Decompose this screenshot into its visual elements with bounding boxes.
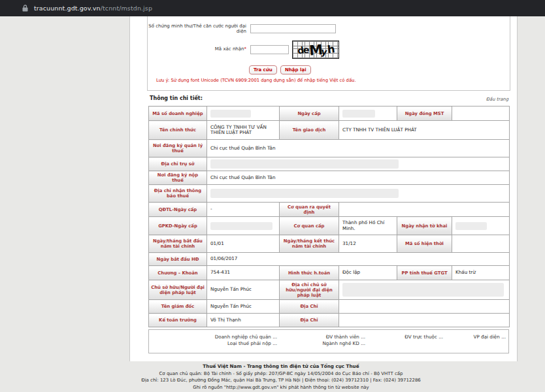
detail-label: Cơ quan ra quyết định xyxy=(280,203,339,217)
detail-value xyxy=(452,235,510,253)
detail-value: 754-431 xyxy=(207,266,280,280)
detail-value-redacted xyxy=(339,106,397,121)
url-path: /tcnnt/mstdn.jsp xyxy=(101,5,152,12)
related-links-column: ĐV thành viên ...Ngành nghề KD ... xyxy=(277,334,365,353)
detail-label: Địa Chỉ xyxy=(280,300,339,314)
detail-value: Độc lập xyxy=(339,266,397,280)
url-domain: tracuunnt.gdt.gov.vn xyxy=(34,5,101,12)
detail-value: 31/12 xyxy=(339,235,397,253)
table-row: Ngày/tháng bắt đầu năm tài chính01/01Ngà… xyxy=(149,235,510,253)
detail-label: Tên chính thức xyxy=(149,121,207,140)
detail-label: Địa chỉ nhận thông báo thuế xyxy=(149,185,207,203)
detail-value: Nguyễn Tấn Phúc xyxy=(207,280,280,300)
detail-label: GPKD-Ngày cấp xyxy=(149,217,207,235)
detail-label: Ngày bắt đầu HĐ xyxy=(149,253,207,266)
detail-value-redacted xyxy=(207,106,280,121)
detail-value xyxy=(339,203,510,217)
detail-label: Ngày cấp xyxy=(280,106,339,121)
detail-value-redacted xyxy=(207,217,280,235)
detail-label: Ngày/tháng kết thúc năm tài chính xyxy=(280,235,339,253)
detail-value: Chi cục thuế Quận Bình Tân xyxy=(207,171,510,185)
captcha-glyph: h xyxy=(327,44,335,55)
detail-label: Hình thức h.toán xyxy=(280,266,339,280)
detail-label: Ngày/tháng bắt đầu năm tài chính xyxy=(149,235,207,253)
detail-label: Tên giám đốc xyxy=(149,300,207,314)
detail-table: Mã số doanh nghiệpNgày cấpNgày đóng MSTT… xyxy=(148,106,510,327)
redaction-box xyxy=(210,159,399,169)
detail-value: CTY TNHH TV THIÊN LUẬT PHÁT xyxy=(339,121,510,140)
related-links-column: VP đại diện ... xyxy=(443,334,506,353)
related-link[interactable]: ĐV trực thuộc ... xyxy=(365,334,443,340)
detail-value xyxy=(452,106,510,121)
id-number-label: Số chứng minh thư/Thẻ căn cước người đại… xyxy=(147,24,246,34)
table-row: QĐTL-Ngày cấp-Cơ quan ra quyết định xyxy=(149,203,510,217)
table-row: Kế toán trưởngVõ Thị ThạnhĐịa Chỉ xyxy=(149,314,510,327)
detail-label: Nơi đăng ký nộp thuế xyxy=(149,171,207,185)
detail-value: Khấu trừ xyxy=(452,266,510,280)
detail-label: Tên giao dịch xyxy=(280,121,339,140)
redaction-box xyxy=(342,110,375,118)
detail-value xyxy=(339,300,510,314)
unicode-note: Lưu ý: Sử dụng font Unicode (TCVN 6909:2… xyxy=(156,78,356,83)
back-to-top-link[interactable]: Đầu trang xyxy=(486,97,508,102)
browser-address-bar[interactable]: tracuunnt.gdt.gov.vn/tcnnt/mstdn.jsp xyxy=(0,0,545,16)
detail-label: Chương – Khoản xyxy=(149,266,207,280)
related-link[interactable]: Ngành nghề KD ... xyxy=(277,340,365,347)
detail-label: Địa Chỉ xyxy=(280,314,339,327)
tax-lookup-page: tracuunnt.gdt.gov.vn/tcnnt/mstdn.jsp Số … xyxy=(0,0,545,392)
lock-icon xyxy=(22,5,28,12)
detail-label: Cơ quan cấp xyxy=(280,217,339,235)
detail-label: Địa chỉ chủ sở hữu/người đại diện pháp l… xyxy=(280,280,339,300)
table-row: Địa chỉ nhận thông báo thuế xyxy=(149,185,510,203)
url-text[interactable]: tracuunnt.gdt.gov.vn/tcnnt/mstdn.jsp xyxy=(34,5,152,12)
reset-button[interactable]: Nhập lại xyxy=(280,65,311,74)
captcha-label: Mã xác nhận* xyxy=(147,46,246,52)
detail-value: Chi cục thuế Quận Bình Tân xyxy=(207,140,510,157)
detail-value xyxy=(339,314,510,327)
related-links-column: Doanh nghiệp chủ quản ...Loại thuế phải … xyxy=(149,334,277,353)
related-link[interactable]: ĐV thành viên ... xyxy=(277,334,365,340)
captcha-input[interactable] xyxy=(250,45,289,54)
detail-value: 01/06/2017 xyxy=(207,253,510,266)
table-row: Mã số doanh nghiệpNgày cấpNgày đóng MST xyxy=(149,106,510,121)
related-links-column: ĐV trực thuộc ... xyxy=(365,334,443,353)
table-row: GPKD-Ngày cấpCơ quan cấpThành phố Hồ Chí… xyxy=(149,217,510,235)
required-asterisk: * xyxy=(244,46,247,52)
detail-label: Kế toán trưởng xyxy=(149,314,207,327)
table-row: Nơi đăng ký quản lý thuếChi cục thuế Quậ… xyxy=(149,140,510,157)
footer-line: Địa chỉ: 123 Lò Đúc, phường Đồng Mác, qu… xyxy=(0,377,545,384)
redaction-box xyxy=(342,283,504,297)
detail-label: Mã số hiện thời xyxy=(397,235,452,253)
table-row: Tên chính thứcCÔNG TY TNHH TƯ VẤN THIÊN … xyxy=(149,121,510,140)
footer-title: Thuế Việt Nam - Trang thông tin điện tử … xyxy=(0,363,545,370)
table-row: Nơi đăng ký nộp thuếChi cục thuế Quận Bì… xyxy=(149,171,510,185)
detail-value-redacted xyxy=(339,280,510,300)
detail-value-redacted xyxy=(452,217,510,235)
captcha-glyph: y xyxy=(321,46,327,56)
detail-value: - xyxy=(207,203,280,217)
table-row: Ngày bắt đầu HĐ01/06/2017 xyxy=(149,253,510,266)
related-link[interactable]: VP đại diện ... xyxy=(443,334,506,340)
related-link[interactable]: Doanh nghiệp chủ quản ... xyxy=(149,334,277,340)
redaction-box xyxy=(210,189,399,198)
detail-label: PP tính thuế GTGT xyxy=(397,266,452,280)
redaction-box xyxy=(455,222,487,230)
id-number-input[interactable] xyxy=(250,24,336,33)
related-link[interactable]: Loại thuế phải nộp ... xyxy=(149,340,277,347)
captcha-image: deMyh xyxy=(292,41,339,59)
redaction-box xyxy=(210,222,272,230)
search-button[interactable]: Tra cứu xyxy=(249,65,277,74)
page-footer: Thuế Việt Nam - Trang thông tin điện tử … xyxy=(0,363,545,391)
table-row: Địa chỉ trụ sở xyxy=(149,157,510,171)
detail-label: Ngày nhận tờ khai xyxy=(397,217,452,235)
table-row: Chương – Khoản754-431Hình thức h.toánĐộc… xyxy=(149,266,510,280)
detail-label: QĐTL-Ngày cấp xyxy=(149,203,207,217)
detail-value-redacted xyxy=(207,185,510,203)
detail-value-redacted xyxy=(207,157,510,171)
detail-label: Ngày đóng MST xyxy=(397,106,452,121)
table-row: Chủ sở hữu/Người đại diện pháp luậtNguyễ… xyxy=(149,280,510,300)
detail-value: Nguyễn Tấn Phúc xyxy=(207,300,280,314)
detail-value: Thành phố Hồ Chí Minh. xyxy=(339,217,397,235)
footer-line: Cơ quan chủ quản: Bộ Tài chính - Số giấy… xyxy=(0,370,545,378)
detail-label: Địa chỉ trụ sở xyxy=(149,157,207,171)
